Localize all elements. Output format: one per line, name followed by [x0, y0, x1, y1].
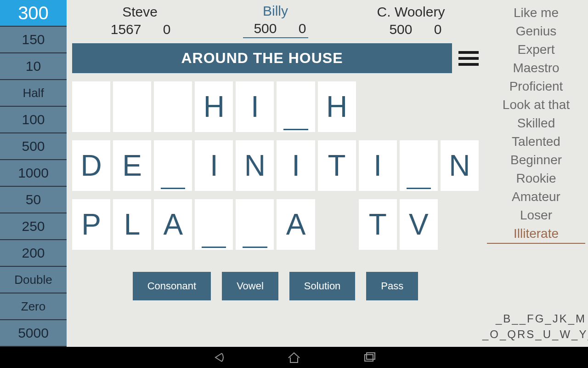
player-name: C. Woolery — [377, 4, 445, 20]
tile-1-6: T — [318, 140, 356, 191]
tile-2-8: V — [400, 199, 438, 250]
rank-item-1[interactable]: Genius — [487, 22, 585, 40]
rank-item-2[interactable]: Expert — [487, 40, 585, 59]
tile-0-0 — [72, 81, 110, 132]
rank-item-0[interactable]: Like me — [487, 4, 585, 22]
player-scores: 15670 — [109, 22, 171, 37]
puzzle-board: HIHDEINITINPLAATV — [72, 81, 479, 258]
recent-apps-icon[interactable] — [362, 351, 377, 364]
player-1[interactable]: Billy5000 — [208, 0, 343, 41]
tile-0-8 — [400, 81, 438, 132]
letters-remaining-line1: _B__FG_JK_M — [482, 311, 586, 327]
tile-1-7: I — [359, 140, 397, 191]
board-row-2: PLAATV — [72, 199, 479, 250]
players-row: Steve15670Billy5000C. Woolery5000 — [72, 0, 479, 41]
rank-item-4[interactable]: Proficient — [487, 77, 585, 96]
rank-item-10[interactable]: Amateur — [487, 188, 585, 206]
score-round: 0 — [419, 22, 442, 37]
tile-2-4 — [236, 199, 274, 250]
wheel-cell-8[interactable]: 250 — [0, 213, 67, 240]
score-total: 1567 — [109, 22, 141, 37]
player-name: Steve — [122, 4, 158, 20]
rank-item-3[interactable]: Maestro — [487, 59, 585, 77]
tile-0-9 — [441, 81, 479, 132]
svg-rect-1 — [367, 353, 375, 359]
tile-0-7 — [359, 81, 397, 132]
wheel-cell-3[interactable]: Half — [0, 80, 67, 107]
tile-2-3 — [195, 199, 233, 250]
wheel-cell-2[interactable]: 10 — [0, 53, 67, 80]
rank-item-7[interactable]: Talented — [487, 132, 585, 151]
tile-0-6: H — [318, 81, 356, 132]
menu-icon[interactable] — [458, 48, 479, 69]
tile-0-3: H — [195, 81, 233, 132]
home-icon[interactable] — [286, 351, 302, 364]
wheel-column: 30015010Half100500100050250200DoubleZero… — [0, 0, 67, 347]
wheel-cell-1[interactable]: 150 — [0, 27, 67, 53]
tile-1-8 — [400, 140, 438, 191]
letters-remaining-line2: _O_QRS_U_W_Y_ — [482, 327, 586, 342]
rank-item-9[interactable]: Rookie — [487, 169, 585, 188]
letters-remaining: _B__FG_JK_M _O_QRS_U_W_Y_ — [482, 311, 586, 342]
rank-item-12[interactable]: Illiterate — [487, 224, 585, 244]
wheel-cell-12[interactable]: 5000 — [0, 320, 67, 347]
solution-button[interactable]: Solution — [289, 272, 356, 300]
svg-rect-0 — [365, 355, 373, 361]
score-total: 500 — [380, 22, 413, 37]
tile-2-2: A — [154, 199, 192, 250]
score-round: 0 — [283, 21, 306, 36]
wheel-cell-5[interactable]: 500 — [0, 133, 67, 160]
player-name: Billy — [263, 3, 288, 19]
wheel-cell-4[interactable]: 100 — [0, 107, 67, 133]
wheel-cell-0[interactable]: 300 — [0, 0, 67, 27]
rank-column: Like meGeniusExpertMaestroProficientLook… — [482, 0, 588, 347]
wheel-cell-10[interactable]: Double — [0, 267, 67, 293]
tile-0-5 — [277, 81, 315, 132]
score-total: 500 — [245, 21, 277, 36]
tile-1-4: N — [236, 140, 274, 191]
vowel-button[interactable]: Vowel — [222, 272, 278, 300]
board-row-1: DEINITIN — [72, 140, 479, 191]
rank-item-5[interactable]: Look at that — [487, 96, 585, 114]
board-row-0: HIH — [72, 81, 479, 132]
category-bar: AROUND THE HOUSE — [72, 43, 452, 73]
player-scores: 5000 — [380, 22, 442, 37]
android-navbar — [0, 347, 588, 368]
tile-0-2 — [154, 81, 192, 132]
tile-0-4: I — [236, 81, 274, 132]
tile-1-2 — [154, 140, 192, 191]
tile-1-0: D — [72, 140, 110, 191]
tile-0-1 — [113, 81, 151, 132]
wheel-cell-9[interactable]: 200 — [0, 240, 67, 267]
tile-2-5: A — [277, 199, 315, 250]
tile-2-1: L — [113, 199, 151, 250]
wheel-cell-6[interactable]: 1000 — [0, 160, 67, 187]
rank-item-6[interactable]: Skilled — [487, 114, 585, 132]
player-scores: 5000 — [243, 21, 308, 38]
back-icon[interactable] — [211, 351, 226, 364]
action-row: Consonant Vowel Solution Pass — [72, 272, 479, 300]
tile-1-1: E — [113, 140, 151, 191]
tile-1-3: I — [195, 140, 233, 191]
score-round: 0 — [148, 22, 171, 37]
pass-button[interactable]: Pass — [366, 272, 418, 300]
consonant-button[interactable]: Consonant — [133, 272, 211, 300]
player-2[interactable]: C. Woolery5000 — [343, 0, 479, 41]
main-area: Steve15670Billy5000C. Woolery5000 AROUND… — [67, 0, 482, 347]
tile-2-9 — [441, 199, 479, 250]
tile-1-5: I — [277, 140, 315, 191]
wheel-cell-11[interactable]: Zero — [0, 293, 67, 320]
rank-item-8[interactable]: Beginner — [487, 151, 585, 169]
wheel-cell-7[interactable]: 50 — [0, 187, 67, 213]
tile-1-9: N — [441, 140, 479, 191]
player-0[interactable]: Steve15670 — [72, 0, 208, 41]
tile-2-7: T — [359, 199, 397, 250]
tile-2-6 — [318, 199, 356, 250]
tile-2-0: P — [72, 199, 110, 250]
rank-item-11[interactable]: Loser — [487, 206, 585, 224]
